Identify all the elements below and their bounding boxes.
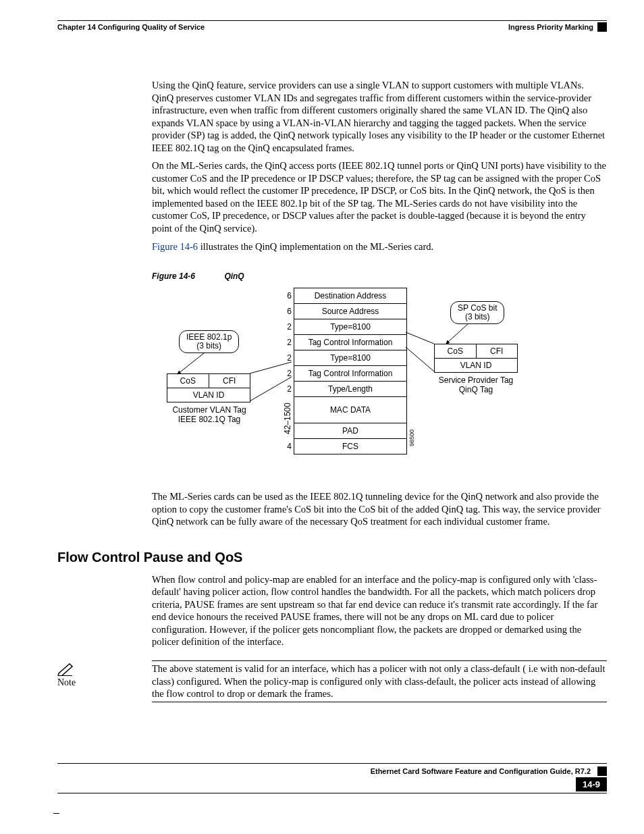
byte-2: 2 [278,319,294,334]
byte-5: 2 [278,366,294,381]
note-block: Note The above statement is valid for an… [57,660,607,702]
header-left: Chapter 14 Configuring Quality of Servic… [57,23,205,31]
field-8: PAD [294,423,406,438]
page-footer: Ethernet Card Software Feature and Confi… [57,763,607,793]
field-5: Tag Control Information [294,366,406,381]
crop-mark-icon [53,813,59,814]
header-rule [57,20,607,21]
footer-end-block-icon [597,766,607,776]
figure-title: QinQ [224,271,244,281]
note-bottom-rule [152,702,607,702]
svg-line-4 [406,332,434,344]
footer-title: Ethernet Card Software Feature and Confi… [57,767,591,775]
left-caption-text: Customer VLAN Tag IEEE 802.1Q Tag [172,405,246,424]
left-bubble-text: IEEE 802.1p (3 bits) [186,332,232,350]
image-id: 96500 [408,429,415,446]
page-number-badge: 14-9 [576,777,607,791]
note-text: The above statement is valid for an inte… [152,661,607,702]
byte-0: 6 [278,288,294,303]
header-end-block-icon [597,22,607,32]
field-7: MAC DATA [294,397,406,423]
svg-line-3 [446,323,469,344]
left-detail-cfi: CFI [209,374,250,388]
field-6: Type/Length [294,382,406,396]
frame-stack: 6Destination Address 6Source Address 2Ty… [294,288,407,454]
field-1: Source Address [294,304,406,319]
field-0: Destination Address [294,288,406,303]
figure-ref-link[interactable]: Figure 14-6 [152,241,198,252]
svg-line-0 [178,350,207,374]
paragraph-4: The ML-Series cards can be used as the I… [152,490,607,528]
right-detail-vlanid: VLAN ID [435,359,517,372]
section-heading: Flow Control Pause and QoS [57,550,607,565]
note-label: Note [57,677,76,688]
running-header: Chapter 14 Configuring Quality of Servic… [57,22,607,32]
left-bubble: IEEE 802.1p (3 bits) [179,330,239,353]
left-caption: Customer VLAN Tag IEEE 802.1Q Tag [159,406,260,425]
qinq-diagram: IEEE 802.1p (3 bits) CoS CFI VLAN ID Cus… [152,288,530,477]
footer-rule [57,763,607,764]
figure-caption: Figure 14-6 QinQ [152,271,607,281]
right-detail-cfi: CFI [477,344,518,358]
byte-range: 42–1500 [281,394,294,443]
right-detail-cos: CoS [435,344,477,358]
field-9: FCS [294,439,406,454]
byte-1: 6 [278,304,294,319]
header-right: Ingress Priority Marking [508,23,593,31]
left-detail-box: CoS CFI VLAN ID [167,373,250,402]
figure-label: Figure 14-6 [152,271,195,281]
field-2: Type=8100 [294,319,406,334]
footer-bottom-rule [57,793,607,793]
right-caption-text: Service Provider Tag QinQ Tag [439,375,514,394]
paragraph-3-rest: illustrates the QinQ implementation on t… [198,241,433,252]
right-bubble-text: SP CoS bit (3 bits) [458,303,497,321]
right-caption: Service Provider Tag QinQ Tag [422,376,530,395]
byte-9: 4 [278,439,294,454]
right-bubble: SP CoS bit (3 bits) [450,301,504,324]
svg-line-5 [406,347,434,371]
field-3: Tag Control Information [294,335,406,350]
byte-3: 2 [278,335,294,350]
paragraph-3: Figure 14-6 illustrates the QinQ impleme… [152,240,607,253]
paragraph-5: When flow control and policy-map are ena… [152,573,607,648]
field-4: Type=8100 [294,350,406,365]
left-detail-cos: CoS [167,374,209,388]
left-detail-vlanid: VLAN ID [167,388,250,402]
note-pencil-icon [57,662,76,676]
paragraph-2: On the ML-Series cards, the QinQ access … [152,159,607,234]
paragraph-1: Using the QinQ feature, service provider… [152,79,607,154]
right-detail-box: CoS CFI VLAN ID [434,344,518,373]
byte-4: 2 [278,350,294,365]
